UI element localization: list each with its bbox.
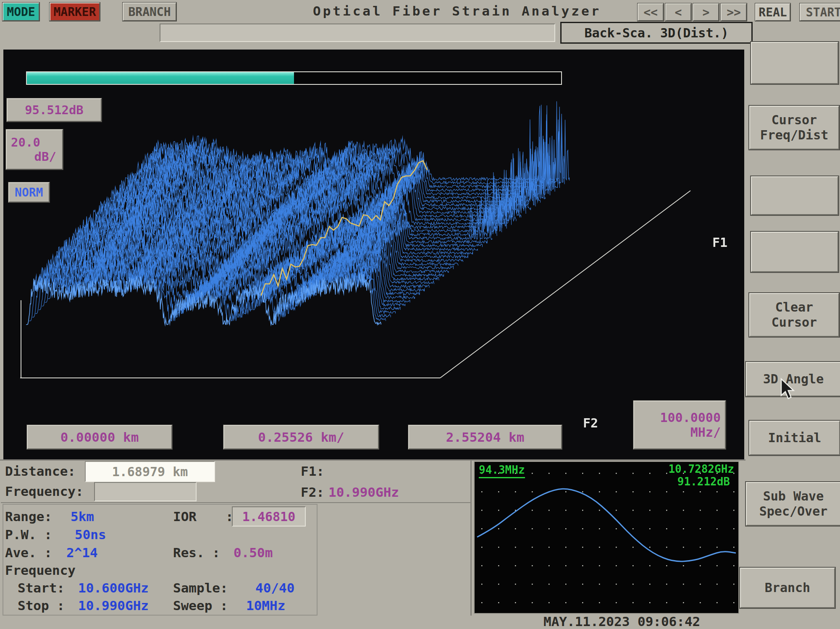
stop-freq-label: Stop : bbox=[18, 598, 65, 613]
scale-value: 20.0 bbox=[7, 135, 62, 149]
scale-unit: dB/ bbox=[7, 149, 62, 164]
subwave-marker-span: 94.3MHz bbox=[479, 464, 525, 478]
panel-divider-top bbox=[0, 459, 746, 461]
message-bar bbox=[160, 24, 555, 42]
softkey-blank-3[interactable] bbox=[751, 232, 838, 272]
start-button[interactable]: START bbox=[800, 3, 840, 21]
stop-freq-value: 10.990GHz bbox=[78, 598, 149, 613]
main-display: 95.512dB 20.0 dB/ NORM F1 F2 0.00000 km … bbox=[3, 50, 744, 459]
sweep-value: 10MHz bbox=[246, 598, 285, 613]
freq-scale-readout: 100.0000 MHz/ bbox=[633, 401, 726, 449]
distance-end-readout: 2.55204 km bbox=[408, 425, 562, 449]
sub-wave-spec-over-button[interactable]: Sub Wave Spec/Over bbox=[746, 482, 840, 526]
sweep-progress-fill bbox=[27, 72, 294, 84]
datetime-label: MAY.11.2023 09:06:42 bbox=[543, 614, 700, 629]
subwave-plot-panel: 94.3MHz 10.7282GHz 91.212dB bbox=[474, 461, 739, 614]
pulse-width-label: P.W. : bbox=[5, 527, 52, 542]
clear-button-line1: Clear bbox=[775, 300, 813, 315]
f2-readout-label: F2: bbox=[301, 485, 324, 500]
marker-button[interactable]: MARKER bbox=[50, 3, 100, 21]
panel-divider-mid bbox=[1, 502, 470, 503]
nav-forward-button[interactable]: >> bbox=[721, 3, 747, 21]
sample-value: 40/40 bbox=[255, 580, 294, 595]
app-title: Optical Fiber Strain Analyzer bbox=[313, 3, 601, 18]
start-freq-label: Start: bbox=[18, 580, 65, 595]
freq-scale-unit: MHz/ bbox=[634, 425, 725, 440]
softkey-blank-1[interactable] bbox=[751, 42, 838, 84]
nav-next-button[interactable]: > bbox=[693, 3, 719, 21]
real-button[interactable]: REAL bbox=[755, 3, 790, 21]
distance-value-field[interactable]: 1.68979 km bbox=[85, 461, 215, 482]
average-label: Ave. : bbox=[5, 545, 52, 560]
distance-scale-readout: 0.25526 km/ bbox=[223, 425, 379, 449]
average-value: 2^14 bbox=[66, 545, 98, 560]
frequency-label: Frequency: bbox=[5, 484, 84, 499]
subwave-marker-level: 91.212dB bbox=[646, 475, 730, 488]
scale-readout: 20.0 dB/ bbox=[6, 129, 63, 170]
branch-button[interactable]: Branch bbox=[740, 568, 835, 608]
waterfall-3d-plot bbox=[3, 50, 744, 459]
distance-start-readout: 0.00000 km bbox=[27, 425, 172, 449]
clear-cursor-button[interactable]: Clear Cursor bbox=[749, 293, 839, 337]
sweep-progress-bar bbox=[26, 71, 562, 85]
resolution-value: 0.50m bbox=[234, 545, 273, 560]
frequency-value-field[interactable] bbox=[94, 482, 197, 501]
f2-axis-label: F2 bbox=[583, 416, 598, 430]
f2-readout-value: 10.990GHz bbox=[328, 485, 399, 500]
subwave-marker-freq: 10.7282GHz bbox=[646, 463, 734, 475]
norm-badge: NORM bbox=[8, 182, 50, 202]
instrument-screen: MODE MARKER BRANCH Optical Fiber Strain … bbox=[0, 0, 840, 629]
mouse-cursor bbox=[780, 378, 796, 401]
resolution-label: Res. : bbox=[173, 545, 220, 560]
initial-button[interactable]: Initial bbox=[749, 421, 840, 455]
ior-label: IOR bbox=[173, 509, 197, 524]
f1-readout-label: F1: bbox=[301, 464, 324, 479]
subwave-button-line1: Sub Wave bbox=[763, 489, 824, 504]
cursor-button-line1: Cursor bbox=[772, 113, 817, 128]
branch-tab-button[interactable]: BRANCH bbox=[123, 3, 176, 21]
sweep-label: Sweep : bbox=[173, 598, 228, 613]
start-freq-value: 10.600GHz bbox=[78, 580, 149, 595]
cursor-button-line2: Freq/Dist bbox=[760, 128, 829, 143]
freq-scale-value: 100.0000 bbox=[634, 410, 725, 425]
ior-value-field[interactable]: 1.46810 bbox=[232, 506, 306, 527]
cursor-freq-dist-button[interactable]: Cursor Freq/Dist bbox=[749, 106, 839, 149]
range-label: Range: bbox=[5, 509, 52, 524]
clear-button-line2: Cursor bbox=[772, 315, 817, 330]
display-mode-label: Back-Sca. 3D(Dist.) bbox=[560, 22, 753, 44]
frequency-section-label: Frequency bbox=[5, 563, 76, 578]
ref-level-readout: 95.512dB bbox=[7, 98, 102, 122]
subwave-button-line2: Spec/Over bbox=[759, 504, 828, 519]
nav-rewind-button[interactable]: << bbox=[638, 3, 664, 21]
f1-axis-label: F1 bbox=[712, 235, 727, 250]
mode-button[interactable]: MODE bbox=[3, 3, 39, 21]
pulse-width-value: 50ns bbox=[75, 527, 106, 542]
softkey-blank-2[interactable] bbox=[751, 176, 838, 215]
nav-prev-button[interactable]: < bbox=[665, 3, 691, 21]
range-value: 5km bbox=[71, 509, 94, 524]
distance-label: Distance: bbox=[5, 464, 76, 479]
panel-divider-vertical bbox=[470, 460, 472, 616]
sample-label: Sample: bbox=[173, 580, 228, 595]
